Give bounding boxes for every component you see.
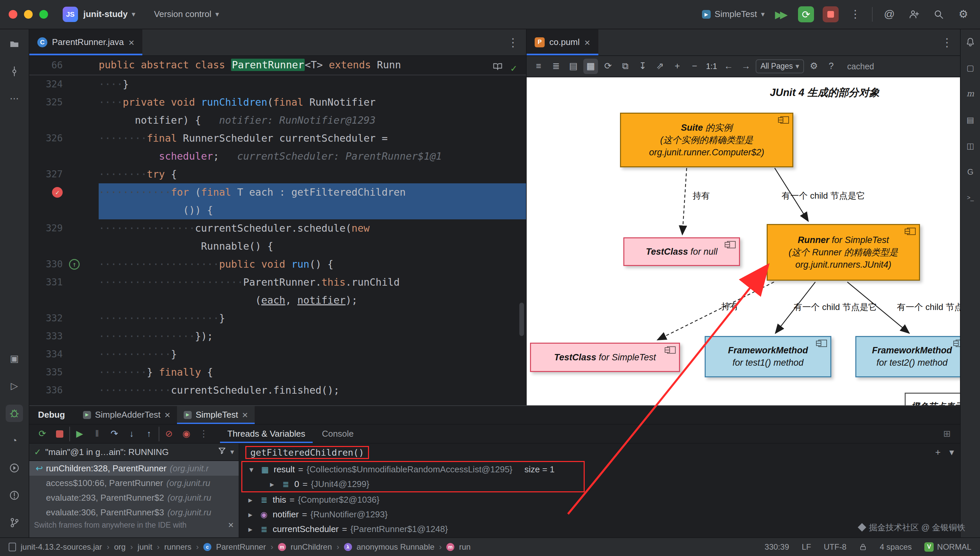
gutter[interactable]: 336 — [29, 381, 98, 399]
code-line-336[interactable]: 336············currentScheduler.finished… — [29, 381, 526, 399]
commit-icon[interactable] — [6, 63, 23, 80]
step-out-button[interactable]: ↑ — [141, 426, 157, 442]
gutter[interactable]: 331 — [29, 273, 98, 291]
git-branch-icon[interactable] — [6, 514, 23, 531]
help-icon[interactable]: ? — [824, 59, 839, 74]
gutter[interactable] — [29, 112, 98, 129]
code-editor[interactable]: ✓ 66public abstract class ParentRunner<T… — [29, 56, 526, 405]
run-config-selector[interactable]: ▶ SimpleTest▾ — [702, 9, 765, 20]
debug-tool-icon[interactable] — [6, 405, 23, 422]
indent-selector[interactable]: 4 spaces — [880, 541, 912, 552]
code-line[interactable]: scheduler; currentScheduler: ParentRunne… — [29, 147, 526, 165]
variable-row-result[interactable]: ▾ ▦ result = {Collections$UnmodifiableRa… — [242, 462, 584, 477]
gutter[interactable] — [29, 291, 98, 309]
code-line[interactable]: ()) { — [29, 201, 526, 219]
code-line[interactable]: (each, notifier); — [29, 291, 526, 309]
tab-simpletest[interactable]: ▶ SimpleTest × — [177, 406, 255, 424]
code-line-333[interactable]: 333················}); — [29, 327, 526, 345]
reader-mode-book-icon[interactable] — [492, 59, 503, 78]
close-icon[interactable]: ✕ — [228, 520, 234, 530]
frame-row[interactable]: access$100:66, ParentRunner (org.junit.r… — [29, 476, 239, 490]
code-line-332[interactable]: 332····················} — [29, 309, 526, 327]
breadcrumb-item[interactable]: runChildren — [291, 541, 332, 552]
gutter[interactable] — [29, 201, 98, 219]
filter-funnel-icon[interactable] — [218, 446, 226, 458]
tab-simpleaddertest[interactable]: ▶ SimpleAdderTest × — [76, 406, 177, 424]
gutter[interactable]: 326 — [29, 129, 98, 147]
breadcrumb-item[interactable]: run — [459, 541, 471, 552]
run-tool-icon[interactable]: ▷ — [6, 377, 23, 395]
documentation-icon[interactable]: ▤ — [963, 113, 978, 127]
rerun-debug-button[interactable]: ⟳ — [798, 6, 814, 22]
close-icon[interactable]: × — [164, 408, 170, 421]
chevron-down-icon[interactable]: ▾ — [949, 446, 954, 458]
gutter[interactable]: 333 — [29, 327, 98, 345]
breadcrumb-item[interactable]: org — [114, 541, 126, 552]
breadcrumb-item[interactable]: ParentRunner — [216, 541, 266, 552]
next-page-icon[interactable]: → — [738, 59, 753, 74]
chevron-right-icon[interactable]: ▸ — [245, 495, 255, 505]
step-into-button[interactable]: ↓ — [124, 426, 139, 442]
breadcrumb-item[interactable]: runners — [164, 541, 191, 552]
problems-icon[interactable] — [6, 486, 23, 504]
code-line-334[interactable]: 334············} — [29, 345, 526, 363]
code-line[interactable]: Runnable() { — [29, 238, 526, 255]
code-line-324[interactable]: 324····} — [29, 75, 526, 93]
variable-row-notifier[interactable]: ▸ ◉ notifier = {RunNotifier@1293} — [241, 507, 960, 522]
gutter[interactable]: 325 — [29, 93, 98, 112]
tab-co-puml[interactable]: P co.puml × — [527, 29, 598, 55]
tab-options-kebab-icon[interactable]: ⋮ — [500, 35, 526, 50]
step-over-button[interactable]: ↷ — [107, 426, 122, 442]
zoom-actual-size[interactable]: 1:1 — [705, 61, 718, 71]
code-line-328[interactable]: ✓············for (final T each : getFilt… — [29, 183, 526, 201]
services-icon[interactable] — [6, 459, 23, 477]
frame-row[interactable]: evaluate:306, ParentRunner$3 (org.junit.… — [29, 505, 239, 520]
code-line-325[interactable]: 325····private void runChildren(final Ru… — [29, 93, 526, 112]
line-ending-selector[interactable]: LF — [802, 541, 811, 552]
gradle-icon[interactable]: G — [963, 165, 978, 179]
detail-list-icon[interactable]: ≣ — [549, 59, 563, 74]
search-icon[interactable] — [931, 6, 947, 22]
code-line[interactable]: notifier) { notifier: RunNotifier@1293 — [29, 112, 526, 129]
code-line-331[interactable]: 331························ParentRunner.… — [29, 273, 526, 291]
chevron-right-icon[interactable]: ▸ — [267, 479, 277, 489]
minimize-window-button[interactable] — [24, 10, 33, 19]
copy-diagram-icon[interactable]: ⧉ — [618, 59, 633, 74]
gutter[interactable]: 327 — [29, 165, 98, 183]
code-line-327[interactable]: 327········try { — [29, 165, 526, 183]
more-tools-icon[interactable]: ⋯ — [6, 90, 23, 107]
vcs-widget[interactable]: Version control▾ — [154, 9, 219, 20]
lock-icon[interactable] — [859, 543, 867, 551]
gutter[interactable]: 330↑ — [29, 255, 98, 273]
frame-row[interactable]: ↩ runChildren:328, ParentRunner (org.jun… — [29, 461, 239, 476]
pages-dropdown[interactable]: All Pages▾ — [756, 59, 804, 73]
caret-position[interactable]: 330:39 — [765, 541, 789, 552]
project-selector[interactable]: junit-study▾ — [83, 9, 135, 20]
pause-button[interactable]: ‖ — [89, 426, 105, 442]
gutter[interactable]: 335 — [29, 363, 98, 381]
save-diagram-icon[interactable]: ↧ — [635, 59, 650, 74]
gutter[interactable] — [29, 238, 98, 255]
mentions-icon[interactable]: @ — [882, 6, 897, 22]
zoom-in-icon[interactable]: + — [670, 59, 685, 74]
evaluate-expression-input[interactable]: getFilteredChildren() — [245, 446, 369, 459]
tab-console[interactable]: Console — [315, 425, 361, 443]
terminal-icon[interactable]: >_ — [963, 191, 978, 205]
breadcrumb-item[interactable]: junit-4.13.2-sources.jar — [21, 541, 102, 552]
breadcrumb-item[interactable]: junit — [138, 541, 152, 552]
inspections-ok-icon[interactable]: ✓ — [511, 59, 517, 78]
chevron-right-icon[interactable]: ▸ — [245, 509, 255, 520]
zoom-out-icon[interactable]: − — [687, 59, 702, 74]
view-breakpoints-button[interactable]: ◉ — [179, 426, 194, 442]
tab-options-kebab-icon[interactable]: ⋮ — [934, 35, 960, 50]
thread-selector[interactable]: ✓ "main"@1 in g…ain": RUNNING ▾ — [29, 444, 239, 461]
mute-breakpoints-button[interactable]: ⊘ — [161, 426, 177, 442]
variable-row-currentscheduler[interactable]: ▸ ≣ currentScheduler = {ParentRunner$1@1… — [241, 522, 960, 536]
add-user-icon[interactable] — [906, 6, 922, 22]
resume-button[interactable]: ▶ — [72, 426, 87, 442]
rerun-button[interactable]: ⟳ — [35, 426, 50, 442]
structure-list-icon[interactable]: ≡ — [531, 59, 546, 74]
refresh-icon[interactable]: ⟳ — [601, 59, 615, 74]
settings-gear-icon[interactable]: ⚙ — [955, 6, 971, 22]
add-watch-icon[interactable]: + — [935, 446, 941, 458]
